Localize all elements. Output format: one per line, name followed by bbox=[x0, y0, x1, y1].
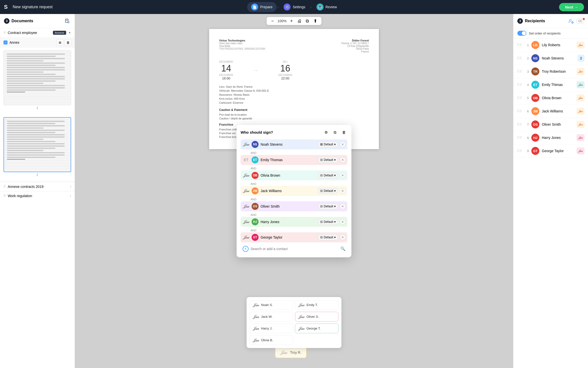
zoom-out-button[interactable]: − bbox=[270, 18, 276, 24]
recipient-lily: ⠿⠿ 1 LR Lily Roberts 𝒥𝓂 bbox=[513, 38, 588, 52]
prepare-icon: 📄 bbox=[251, 3, 258, 10]
signer-remove-harry[interactable]: ✕ bbox=[340, 219, 345, 225]
annex-item: Annex ⊞ 🗑 bbox=[0, 37, 75, 48]
sig-icon-harry: 𝒥𝓂 bbox=[243, 218, 250, 225]
annexe-badge: Annexe bbox=[53, 31, 66, 35]
signer-type-oliver[interactable]: Default ▾ bbox=[318, 203, 338, 209]
who-should-sign-modal: Who should sign? ⚙ ⧉ 🗑 𝒥𝓂 NS Noah Steven… bbox=[237, 125, 351, 257]
page-2-preview[interactable] bbox=[3, 117, 71, 172]
avatar-oliver-r: OS bbox=[531, 120, 539, 128]
avatar-lily: LR bbox=[531, 41, 539, 49]
modal-copy-button[interactable]: ⧉ bbox=[331, 129, 338, 136]
modal-title: Who should sign? bbox=[241, 130, 322, 134]
annex-delete-button[interactable]: 🗑 bbox=[65, 39, 71, 46]
kms: 400 Kms bbox=[234, 97, 245, 100]
signer-type-emily[interactable]: Default ▾ bbox=[318, 157, 338, 163]
step-prepare[interactable]: 📄 Prepare bbox=[247, 2, 277, 12]
sig-suggestion-olivia[interactable]: 𝒥𝓂 Olivia B. bbox=[250, 335, 293, 345]
signer-name-emily: Emily Thomas bbox=[261, 158, 316, 162]
signer-type-jack[interactable]: Default ▾ bbox=[318, 188, 338, 194]
search-icon: 🔍 bbox=[340, 246, 345, 251]
signer-type-harry[interactable]: Default ▾ bbox=[318, 219, 338, 225]
signer-row-oliver: 𝒥𝓂 OS Oliver Smith Default ▾ ✕ bbox=[241, 201, 347, 211]
documents-header: 3 Documents bbox=[0, 14, 75, 28]
annex-checkbox[interactable] bbox=[3, 40, 7, 44]
sig-suggestion-harry[interactable]: 𝒥𝓂 Harry J. bbox=[250, 324, 293, 333]
signer-row-emily: ET ET Emily Thomas Default ▾ ✕ bbox=[241, 155, 347, 165]
zoom-level-display: 100% bbox=[278, 19, 287, 23]
signer-remove-oliver[interactable]: ✕ bbox=[340, 204, 345, 209]
recipient-olivia-r: ⠿⠿ 5 OB Olivia Brown 𝒥𝓂 bbox=[513, 91, 588, 105]
recipient-num-emily-r: 4 bbox=[525, 83, 529, 87]
step-settings[interactable]: ⚙️ Settings bbox=[280, 2, 309, 12]
signer-row-noah: 𝒥𝓂 NS Noah Stevens Default ▾ ✕ bbox=[241, 139, 347, 149]
sig-suggestion-george[interactable]: 𝒥𝓂 George T. bbox=[295, 324, 338, 333]
drag-handle-oliver-r[interactable]: ⠿⠿ bbox=[517, 122, 522, 126]
signer-type-noah[interactable]: Default ▾ bbox=[318, 141, 338, 147]
drag-handle-noah[interactable]: ⠿⠿ bbox=[517, 56, 522, 60]
avatar-george: GT bbox=[252, 234, 259, 241]
contract-employee-name: Contract employee bbox=[8, 31, 51, 35]
drag-handle-olivia-r[interactable]: ⠿⠿ bbox=[517, 96, 522, 100]
signer-name-oliver: Oliver Smith bbox=[261, 204, 316, 208]
sig-badge-george-r: 𝒥𝓂 bbox=[577, 147, 585, 154]
work-regulation-group[interactable]: ⠿ Work regulation › bbox=[0, 191, 75, 200]
modal-delete-button[interactable]: 🗑 bbox=[340, 129, 347, 136]
signer-name-olivia: Olivia Brown bbox=[261, 173, 316, 177]
annex-copy-button[interactable]: ⊞ bbox=[57, 39, 63, 46]
drag-handle-jack-r[interactable]: ⠿⠿ bbox=[517, 109, 522, 113]
drag-handle-emily-r[interactable]: ⠿⠿ bbox=[517, 83, 522, 87]
recipient-name-harry-r: Harry Jones bbox=[542, 136, 574, 140]
page-1-preview[interactable] bbox=[3, 50, 71, 105]
signer-remove-jack[interactable]: ✕ bbox=[340, 188, 345, 194]
avatar-troy: TR bbox=[531, 67, 539, 75]
sig-icon-george: 𝒥𝓂 bbox=[243, 234, 250, 241]
signature-field-troy[interactable]: 𝒥𝓂 Troy R. bbox=[275, 347, 306, 358]
recipient-name-oliver-r: Oliver Smith bbox=[542, 122, 574, 126]
drag-handle-harry-r[interactable]: ⠿⠿ bbox=[517, 136, 522, 140]
signer-remove-olivia[interactable]: ✕ bbox=[340, 173, 345, 178]
order-toggle-row: Set order of recipients bbox=[513, 28, 588, 38]
signer-remove-emily[interactable]: ✕ bbox=[340, 157, 345, 163]
recipient-oliver-r: ⠿⠿ 7 OS Oliver Smith 𝒥𝓂 bbox=[513, 118, 588, 131]
signer-remove-noah[interactable]: ✕ bbox=[340, 142, 345, 147]
zoom-in-button[interactable]: + bbox=[289, 18, 294, 24]
work-regulation-chevron: › bbox=[70, 194, 71, 198]
sig-suggestion-jack[interactable]: 𝒥𝓂 Jack W. bbox=[250, 312, 293, 322]
recipients-panel: 3 Recipients CC Set order of recipients bbox=[513, 14, 588, 368]
drag-handle-george-r[interactable]: ⠿⠿ bbox=[517, 149, 522, 153]
sig-suggestion-emily[interactable]: 𝒥𝓂 Emily T. bbox=[295, 300, 338, 310]
sig-icon-noah: 𝒥𝓂 bbox=[243, 141, 250, 148]
lieu: Gare du Nord, France bbox=[226, 85, 253, 88]
contract-employee-group: ⠿ Contract employee Annexe ▼ Annex ⊞ 🗑 bbox=[0, 28, 75, 182]
copy-button[interactable]: ⧉ bbox=[304, 18, 310, 24]
sig-suggestion-oliver[interactable]: 𝒥𝓂 Oliver S. bbox=[295, 312, 338, 322]
cc-button[interactable]: CC bbox=[577, 19, 584, 23]
sig-suggestion-noah[interactable]: 𝒥𝓂 Noah S. bbox=[250, 300, 293, 310]
recipient-name-olivia-r: Olivia Brown bbox=[542, 96, 574, 100]
recipients-header: 3 Recipients CC bbox=[513, 14, 588, 28]
sig-name-jack-w: Jack W. bbox=[261, 315, 273, 319]
signer-remove-george[interactable]: ✕ bbox=[340, 235, 345, 240]
upload-button[interactable]: ⬆ bbox=[312, 18, 318, 24]
order-toggle[interactable] bbox=[517, 31, 526, 36]
recipient-num-oliver-r: 7 bbox=[525, 123, 529, 126]
next-button[interactable]: Next → bbox=[559, 3, 584, 11]
contract-employee-header[interactable]: ⠿ Contract employee Annexe ▼ bbox=[0, 28, 75, 37]
print-button[interactable]: 🖨 bbox=[296, 18, 302, 24]
signer-type-george[interactable]: Default ▾ bbox=[318, 234, 338, 240]
drag-handle-lily[interactable]: ⠿⠿ bbox=[517, 43, 522, 47]
add-contact-plus[interactable]: + bbox=[243, 246, 249, 252]
modal-settings-button[interactable]: ⚙ bbox=[322, 129, 329, 136]
recipient-num-jack-r: 6 bbox=[525, 109, 529, 113]
add-document-button[interactable] bbox=[64, 17, 71, 24]
annexe-contracts-group[interactable]: ⠿ Annexe contracts 2019 › bbox=[0, 182, 75, 191]
drag-handle-troy[interactable]: ⠿⠿ bbox=[517, 69, 522, 73]
add-contact-input[interactable] bbox=[251, 247, 338, 251]
signer-type-olivia[interactable]: Default ▾ bbox=[318, 172, 338, 178]
step-arrow-2: › bbox=[310, 5, 311, 9]
recipient-name-emily-r: Emily Thimas bbox=[542, 83, 574, 87]
add-recipient-button[interactable] bbox=[568, 17, 575, 24]
step-review[interactable]: 👁️ Review bbox=[312, 2, 341, 12]
annex-actions: ⊞ 🗑 bbox=[57, 39, 71, 46]
